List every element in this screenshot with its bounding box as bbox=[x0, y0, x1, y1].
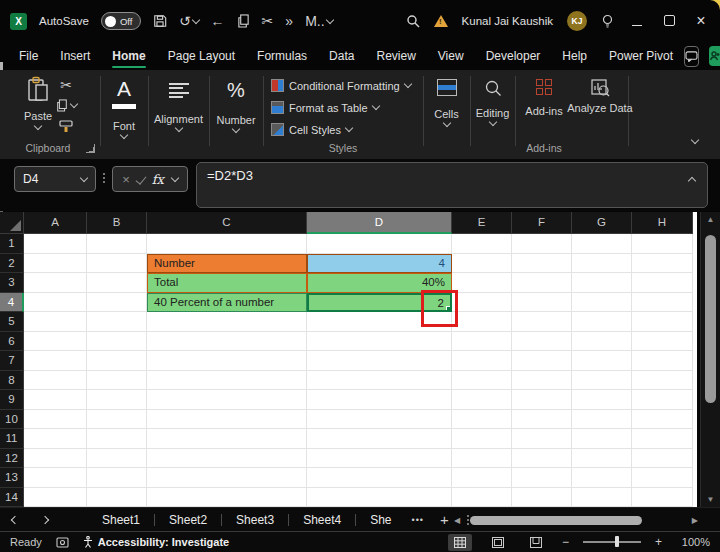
cell-H6[interactable] bbox=[632, 332, 693, 352]
cell-C3[interactable]: Total bbox=[147, 273, 307, 293]
cell-E14[interactable] bbox=[452, 488, 512, 508]
cell-E9[interactable] bbox=[452, 390, 512, 410]
sheet-tab-sheet4[interactable]: Sheet4 bbox=[289, 509, 355, 531]
row-header-4[interactable]: 4 bbox=[0, 293, 24, 313]
cell-styles-button[interactable]: Cell Styles bbox=[271, 122, 352, 137]
menu-tab-page-layout[interactable]: Page Layout bbox=[157, 44, 246, 68]
cell-H14[interactable] bbox=[632, 488, 693, 508]
row-header-2[interactable]: 2 bbox=[0, 254, 24, 274]
more-sheets-button[interactable]: ••• bbox=[406, 515, 430, 525]
cell-H5[interactable] bbox=[632, 312, 693, 332]
comments-button[interactable] bbox=[684, 46, 699, 67]
row-header-3[interactable]: 3 bbox=[0, 273, 24, 293]
scroll-right-icon[interactable]: ▶ bbox=[692, 516, 698, 525]
vertical-scroll-thumb[interactable] bbox=[705, 235, 716, 403]
cell-C11[interactable] bbox=[147, 429, 307, 449]
scroll-down-icon[interactable]: ▼ bbox=[701, 495, 720, 504]
cell-F14[interactable] bbox=[512, 488, 572, 508]
cell-H10[interactable] bbox=[632, 410, 693, 430]
excel-logo-icon[interactable]: X bbox=[10, 13, 27, 30]
cell-D14[interactable] bbox=[307, 488, 452, 508]
maximize-button[interactable] bbox=[660, 13, 678, 29]
horizontal-scroll-thumb[interactable] bbox=[470, 516, 642, 525]
row-header-5[interactable]: 5 bbox=[0, 312, 24, 332]
vertical-scrollbar[interactable]: ▲ ▼ bbox=[700, 212, 720, 507]
normal-view-button[interactable] bbox=[448, 534, 472, 551]
column-header-F[interactable]: F bbox=[512, 212, 572, 234]
row-header-11[interactable]: 11 bbox=[0, 429, 24, 449]
redo-icon[interactable]: ← bbox=[211, 14, 225, 28]
cell-C4[interactable]: 40 Percent of a number bbox=[147, 293, 307, 313]
zoom-slider[interactable] bbox=[583, 541, 641, 543]
next-sheet-button[interactable] bbox=[30, 517, 60, 523]
format-painter-icon[interactable] bbox=[59, 120, 73, 133]
toolbar-overflow-icon[interactable]: » bbox=[285, 14, 293, 28]
share-button[interactable] bbox=[709, 46, 720, 66]
undo-icon[interactable]: ↺ bbox=[179, 14, 199, 28]
cell-H3[interactable] bbox=[632, 273, 693, 293]
cell-C10[interactable] bbox=[147, 410, 307, 430]
copy-icon[interactable] bbox=[56, 99, 77, 112]
cell-D12[interactable] bbox=[307, 449, 452, 469]
warning-icon[interactable]: ! bbox=[434, 15, 448, 27]
cell-G12[interactable] bbox=[572, 449, 632, 469]
cell-D13[interactable] bbox=[307, 468, 452, 488]
minimize-button[interactable] bbox=[628, 13, 646, 29]
sheet-tab-sheet3[interactable]: Sheet3 bbox=[222, 509, 288, 531]
cell-B3[interactable] bbox=[87, 273, 147, 293]
row-header-6[interactable]: 6 bbox=[0, 332, 24, 352]
analyze-data-button[interactable]: Analyze Data bbox=[572, 79, 628, 115]
cell-B1[interactable] bbox=[87, 234, 147, 254]
mode-menu[interactable]: M.. bbox=[305, 14, 332, 28]
cell-A2[interactable] bbox=[24, 254, 87, 274]
cell-G3[interactable] bbox=[572, 273, 632, 293]
cell-A10[interactable] bbox=[24, 410, 87, 430]
menu-tab-insert[interactable]: Insert bbox=[49, 44, 101, 68]
row-header-13[interactable]: 13 bbox=[0, 468, 24, 488]
enter-icon[interactable] bbox=[135, 173, 146, 185]
cell-H4[interactable] bbox=[632, 293, 693, 313]
cell-A12[interactable] bbox=[24, 449, 87, 469]
cell-G8[interactable] bbox=[572, 371, 632, 391]
search-icon[interactable] bbox=[406, 14, 420, 28]
cell-B8[interactable] bbox=[87, 371, 147, 391]
cell-F7[interactable] bbox=[512, 351, 572, 371]
alignment-menu-button[interactable]: Alignment bbox=[149, 80, 208, 131]
cell-F3[interactable] bbox=[512, 273, 572, 293]
macro-record-icon[interactable] bbox=[56, 537, 69, 548]
cell-A5[interactable] bbox=[24, 312, 87, 332]
cell-B9[interactable] bbox=[87, 390, 147, 410]
cell-E13[interactable] bbox=[452, 468, 512, 488]
cell-F10[interactable] bbox=[512, 410, 572, 430]
column-header-B[interactable]: B bbox=[87, 212, 147, 234]
row-header-10[interactable]: 10 bbox=[0, 410, 24, 430]
cell-A14[interactable] bbox=[24, 488, 87, 508]
cell-A7[interactable] bbox=[24, 351, 87, 371]
cell-E12[interactable] bbox=[452, 449, 512, 469]
formula-bar-collapse-icon[interactable] bbox=[688, 177, 696, 185]
name-box[interactable]: D4 bbox=[14, 166, 96, 192]
cell-C2[interactable]: Number bbox=[147, 254, 307, 274]
cell-G13[interactable] bbox=[572, 468, 632, 488]
cell-E2[interactable] bbox=[452, 254, 512, 274]
avatar[interactable]: KJ bbox=[567, 11, 587, 31]
cell-E6[interactable] bbox=[452, 332, 512, 352]
cell-C12[interactable] bbox=[147, 449, 307, 469]
cell-H9[interactable] bbox=[632, 390, 693, 410]
cell-A9[interactable] bbox=[24, 390, 87, 410]
cell-D10[interactable] bbox=[307, 410, 452, 430]
cut-icon[interactable]: ✂ bbox=[262, 14, 274, 28]
copy-icon[interactable] bbox=[237, 14, 250, 28]
cell-F8[interactable] bbox=[512, 371, 572, 391]
cell-E1[interactable] bbox=[452, 234, 512, 254]
sheet-tab-sheet2[interactable]: Sheet2 bbox=[155, 509, 221, 531]
cell-B5[interactable] bbox=[87, 312, 147, 332]
cell-C7[interactable] bbox=[147, 351, 307, 371]
cell-C6[interactable] bbox=[147, 332, 307, 352]
cell-G2[interactable] bbox=[572, 254, 632, 274]
cell-B14[interactable] bbox=[87, 488, 147, 508]
cell-H7[interactable] bbox=[632, 351, 693, 371]
paste-dropdown-icon[interactable] bbox=[34, 122, 42, 130]
page-break-view-button[interactable] bbox=[524, 534, 548, 551]
cell-F13[interactable] bbox=[512, 468, 572, 488]
